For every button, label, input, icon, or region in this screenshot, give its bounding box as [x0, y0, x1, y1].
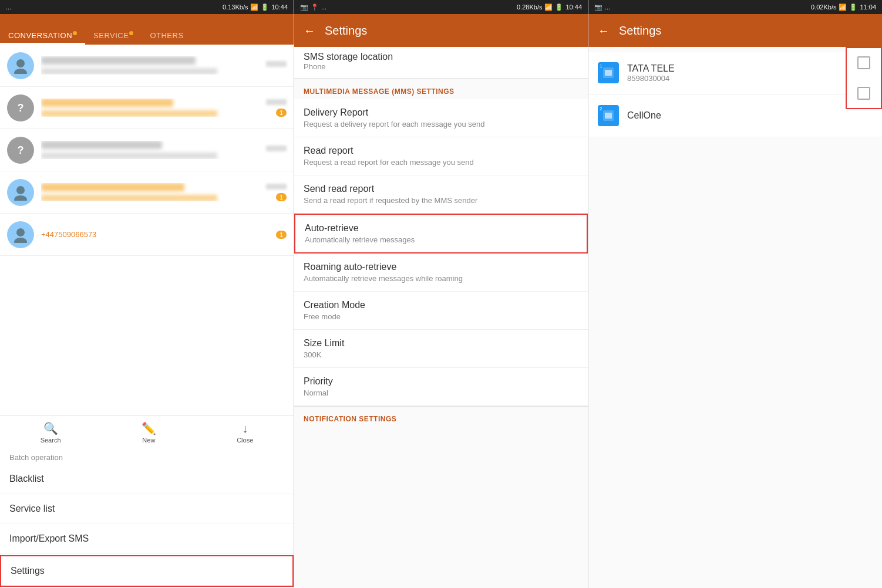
badge-conversation [73, 31, 77, 35]
avatar: ? [7, 94, 34, 121]
new-button[interactable]: ✏️ New [130, 420, 168, 445]
status-left-p1: ... [6, 4, 11, 11]
tab-service[interactable]: SERVICE [85, 26, 142, 45]
size-limit-item[interactable]: Size Limit 300K [294, 330, 588, 368]
svg-point-0 [16, 59, 25, 67]
priority-sub: Normal [304, 388, 578, 397]
p2-header: ← Settings [294, 14, 588, 47]
wifi-icon-p2: 📶 [544, 4, 553, 11]
sim2-checkbox[interactable] [857, 87, 870, 100]
list-item[interactable]: ? 1 [0, 87, 294, 129]
svg-point-1 [14, 69, 27, 74]
delivery-report-sub: Request a delivery report for each messa… [304, 120, 578, 129]
service-list-item[interactable]: Service list [0, 494, 294, 524]
creation-mode-item[interactable]: Creation Mode Free mode [294, 292, 588, 330]
send-read-report-item[interactable]: Send read report Send a read report if r… [294, 175, 588, 214]
p1-menu: Batch operation Blacklist Service list I… [0, 447, 294, 588]
phone-number: +447509066573 [41, 230, 271, 239]
p1-tabs: CONVERSATION SERVICE OTHERS [0, 14, 294, 45]
wifi-icon-p3: 📶 [839, 4, 847, 11]
wifi-icon-p1: 📶 [250, 4, 258, 11]
camera-icon-p3: 📷 [594, 4, 602, 11]
conv-time [266, 146, 287, 151]
p1-header: CONVERSATION SERVICE OTHERS [0, 14, 294, 45]
send-read-report-title: Send read report [304, 184, 578, 194]
p3-header: ← Settings [588, 14, 882, 47]
priority-title: Priority [304, 376, 578, 387]
battery-icon-p1: 🔋 [261, 4, 269, 11]
svg-text:?: ? [18, 144, 24, 156]
close-label: Close [237, 437, 253, 444]
priority-item[interactable]: Priority Normal [294, 368, 588, 406]
search-button[interactable]: 🔍 Search [29, 420, 73, 445]
conv-name [41, 183, 184, 191]
close-button[interactable]: ↓ Close [225, 421, 265, 445]
list-item[interactable]: ? [0, 129, 294, 171]
conv-message [41, 68, 217, 75]
import-export-item[interactable]: Import/Export SMS [0, 524, 294, 554]
back-button-p3[interactable]: ← [598, 24, 610, 38]
status-bar-p2: 📷 📍 ... 0.28Kb/s 📶 🔋 10:44 [294, 0, 588, 14]
conv-name [41, 141, 162, 149]
settings-title-p2: Settings [325, 24, 367, 38]
panel-settings-mms: 📷 📍 ... 0.28Kb/s 📶 🔋 10:44 ← Settings SM… [294, 0, 588, 588]
battery-icon-p3: 🔋 [849, 4, 857, 11]
sms-storage-item[interactable]: SMS storage location Phone [294, 47, 588, 79]
auto-retrieve-title: Auto-retrieve [305, 223, 577, 234]
search-label: Search [41, 437, 61, 444]
battery-icon-p2: 🔋 [555, 4, 563, 11]
tab-conversation[interactable]: CONVERSATION [0, 26, 85, 45]
conv-time-area: 1 [266, 184, 287, 201]
conv-message [41, 195, 217, 201]
unread-badge: 1 [276, 193, 287, 201]
status-right-p2: 0.28Kb/s 📶 🔋 10:44 [517, 4, 582, 11]
svg-point-6 [16, 186, 25, 194]
auto-retrieve-item[interactable]: Auto-retrieve Automatically retrieve mes… [294, 214, 588, 254]
sim1-badge: 1 [598, 62, 619, 83]
conv-time-area: 1 [266, 99, 287, 117]
new-icon: ✏️ [142, 421, 156, 435]
avatar [7, 52, 34, 79]
list-item[interactable]: 1 [0, 171, 294, 214]
delivery-report-item[interactable]: Delivery Report Request a delivery repor… [294, 99, 588, 137]
read-report-title: Read report [304, 146, 578, 156]
conv-name [41, 99, 173, 107]
list-item[interactable] [0, 45, 294, 87]
delivery-report-title: Delivery Report [304, 107, 578, 118]
svg-point-7 [14, 195, 27, 201]
sim2-name: CellOne [627, 110, 873, 121]
time-p1: 10:44 [271, 4, 288, 11]
network-speed-p2: 0.28Kb/s [517, 4, 542, 11]
conv-message [41, 153, 217, 159]
conv-time [266, 61, 287, 67]
list-item[interactable]: +447509066573 1 [0, 214, 294, 256]
sms-storage-sub: Phone [304, 62, 578, 71]
network-speed-p3: 0.02Kb/s [811, 4, 836, 11]
roaming-auto-retrieve-item[interactable]: Roaming auto-retrieve Automatically retr… [294, 254, 588, 292]
bottom-toolbar: 🔍 Search ✏️ New ↓ Close [0, 415, 294, 447]
conversation-list: ? 1 ? [0, 45, 294, 415]
sim1-checkbox[interactable] [857, 56, 870, 69]
status-left-p2: 📷 📍 ... [300, 4, 326, 11]
conv-content [41, 141, 261, 159]
unread-badge: 1 [276, 109, 287, 117]
close-icon: ↓ [242, 422, 248, 435]
status-bar-p1: ... 0.13Kb/s 📶 🔋 10:44 [0, 0, 294, 14]
roaming-title: Roaming auto-retrieve [304, 262, 578, 272]
sim-list: 1 TATA TELE 8598030004 2 CellOne [588, 47, 882, 588]
sim2-badge: 2 [598, 105, 619, 126]
blacklist-item[interactable]: Blacklist [0, 464, 294, 494]
conv-name [41, 56, 196, 65]
tab-others[interactable]: OTHERS [142, 26, 191, 45]
send-read-report-sub: Send a read report if requested by the M… [304, 196, 578, 205]
creation-mode-title: Creation Mode [304, 300, 578, 310]
conv-time [266, 184, 287, 190]
panel-conversation: ... 0.13Kb/s 📶 🔋 10:44 CONVERSATION SERV… [0, 0, 294, 588]
creation-mode-sub: Free mode [304, 312, 578, 321]
back-button-p2[interactable]: ← [304, 24, 315, 38]
read-report-item[interactable]: Read report Request a read report for ea… [294, 137, 588, 175]
sim1-info: TATA TELE 8598030004 [627, 63, 873, 83]
sim1-name: TATA TELE [627, 63, 873, 74]
settings-item[interactable]: Settings [0, 555, 294, 587]
roaming-sub: Automatically retrieve messages while ro… [304, 274, 578, 283]
